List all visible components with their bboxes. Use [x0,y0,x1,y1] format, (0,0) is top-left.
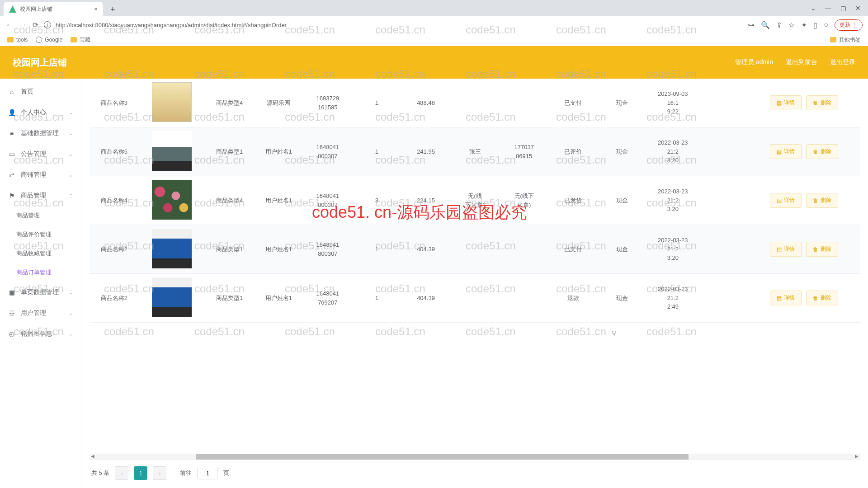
tab-title: 校园网上店铺 [20,5,90,13]
tab-bar: 校园网上店铺 × + ⌄ — ▢ ✕ [0,0,868,16]
folder-icon [71,37,77,42]
profile-icon[interactable]: ○ [824,21,828,29]
password-key-icon[interactable]: ⊶ [747,21,755,29]
url-text: http://localhost:8080/xiaoyuanwangshangs… [56,22,287,28]
browser-chrome: 校园网上店铺 × + ⌄ — ▢ ✕ ← → ⟳ i http://localh… [0,0,868,46]
zoom-icon[interactable]: 🔍 [761,21,770,29]
back-button[interactable]: ← [5,20,14,30]
address-bar: ← → ⟳ i http://localhost:8080/xiaoyuanwa… [0,16,868,33]
chevron-down-icon[interactable]: ⌄ [811,5,816,12]
update-button[interactable]: 更新 ⋮ [835,19,863,31]
vue-favicon [9,5,16,13]
bookmark-other[interactable]: 其他书签 [830,36,861,44]
reload-button[interactable]: ⟳ [33,21,38,29]
new-tab-button[interactable]: + [107,3,119,16]
window-controls: ⌄ — ▢ ✕ [803,0,868,16]
side-panel-icon[interactable]: ▯ [813,21,817,29]
maximize-icon[interactable]: ▢ [840,5,846,12]
minimize-icon[interactable]: — [825,5,831,12]
extensions-icon[interactable]: ✦ [801,21,807,29]
folder-icon [830,37,836,42]
forward-button[interactable]: → [19,20,27,30]
share-icon[interactable]: ⇪ [776,21,782,29]
bookmark-google[interactable]: Google [36,37,62,43]
menu-dots-icon: ⋮ [852,22,858,28]
bookmark-star-icon[interactable]: ☆ [788,21,795,29]
bookmark-bar: tools Google 宝藏 其他书签 [0,33,868,46]
bookmark-tools[interactable]: tools [7,37,28,43]
folder-icon [7,37,14,42]
url-field[interactable]: i http://localhost:8080/xiaoyuanwangshan… [44,21,742,28]
close-icon[interactable]: × [94,5,98,13]
close-window-icon[interactable]: ✕ [855,5,861,12]
site-info-icon[interactable]: i [44,21,51,28]
browser-tab[interactable]: 校园网上店铺 × [4,2,103,16]
globe-icon [36,37,42,43]
bookmark-baozang[interactable]: 宝藏 [71,36,90,44]
